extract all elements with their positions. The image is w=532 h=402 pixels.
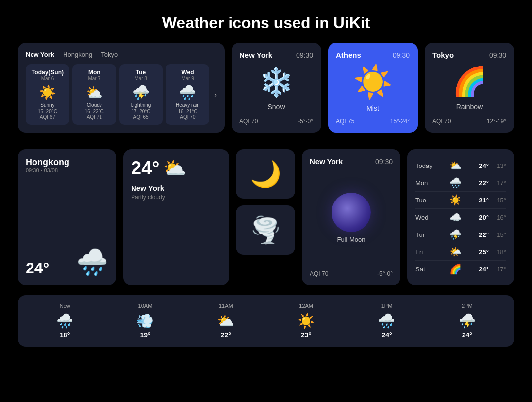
tab-new-york[interactable]: New York: [26, 51, 54, 58]
rainbow-card: Tokyo 09:30 🌈 Rainbow AQI 70 12°-19°: [425, 43, 514, 133]
week-row-sat: Sat 🌈 24° 17°: [415, 261, 506, 277]
week-row-mon: Mon 🌧️ 22° 17°: [415, 174, 506, 192]
bottom-row: Hongkong 09:30 • 03/08 24° 🌧️ 24° ⛅ New …: [0, 149, 532, 295]
rainbow-aqi: AQI 70: [432, 118, 451, 125]
hourly-col-11am: 11AM ⛅ 22°: [187, 303, 265, 339]
cloudy-icon: ⛅: [75, 84, 113, 100]
page-title: Weather icons used in UiKit: [0, 0, 532, 43]
week-row-tur: Tur ⛈️ 22° 15°: [415, 226, 506, 243]
hourly-section: Now 🌧️ 18° 10AM 💨 19° 11AM ⛅ 22° 12AM ☀️…: [0, 295, 532, 357]
hk-datetime: 09:30 • 03/08: [26, 168, 108, 173]
tornado-tile: 🌪️: [236, 205, 295, 255]
fri-weather-icon: 🌤️: [440, 246, 471, 258]
rainbow-icon: 🌈: [432, 65, 506, 98]
partly-condition: Partly cloudy: [131, 194, 221, 201]
sunny-icon: ☀️: [29, 84, 66, 100]
hourly-1pm-icon: 🌧️: [347, 313, 426, 329]
hk-temp: 24°: [26, 259, 49, 277]
week-row-fri: Fri 🌤️ 25° 18°: [415, 243, 506, 261]
forecast-day-2: Tue Mar 8 ⛈️ Lightning 17–20°C AQI 65: [119, 64, 163, 125]
city-tabs: New York Hongkong Tokyo: [26, 51, 217, 58]
mist-city-name: Athens: [336, 51, 361, 59]
icon-tiles: 🌙 🌪️: [236, 149, 295, 285]
moon-city-name: New York: [310, 157, 343, 166]
sat-weather-icon: 🌈: [440, 263, 471, 275]
crescent-moon-tile: 🌙: [236, 149, 295, 199]
week-row-tue: Tue ☀️ 21° 15°: [415, 192, 506, 209]
lightning-icon: ⛈️: [122, 84, 160, 100]
rainbow-condition: Rainbow: [432, 103, 506, 111]
moon-condition: Full Moon: [337, 236, 365, 243]
week-row-today: Today ⛅ 24° 13°: [415, 157, 506, 174]
hourly-10am-icon: 💨: [106, 313, 184, 329]
partly-temp: 24°: [131, 158, 159, 179]
hk-city-name: Hongkong: [26, 157, 108, 168]
mist-card: Athens 09:30 ☀️ Mist AQI 75 15°-24°: [328, 43, 418, 133]
hourly-12am-icon: ☀️: [267, 313, 345, 329]
week-list-card: Today ⛅ 24° 13° Mon 🌧️ 22° 17° Tue ☀️ 21…: [407, 149, 514, 285]
snow-time: 09:30: [296, 51, 313, 59]
hourly-col-12am: 12AM ☀️ 23°: [267, 303, 345, 339]
tab-hongkong[interactable]: Hongkong: [63, 51, 92, 58]
tur-weather-icon: ⛈️: [440, 229, 471, 240]
mist-condition: Mist: [336, 104, 410, 112]
hourly-2pm-icon: ⛈️: [428, 313, 506, 329]
full-moon-sphere: [332, 193, 371, 232]
rainbow-city-name: Tokyo: [432, 51, 454, 59]
mist-time: 09:30: [393, 51, 410, 59]
wed-weather-icon: ☁️: [440, 211, 471, 223]
forecast-day-1: Mon Mar 7 ⛅ Cloudy 16–22°C AQI 71: [72, 64, 116, 125]
mist-sun-icon: ☀️: [336, 64, 410, 100]
partly-city: New York: [131, 184, 221, 192]
tornado-icon: 🌪️: [250, 215, 282, 245]
today-weather-icon: ⛅: [440, 160, 471, 171]
forecast-day-3: Wed Mar 9 🌧️ Heavy rain 16–21°C AQI 70: [166, 64, 209, 125]
snow-city-name: New York: [239, 51, 272, 59]
hourly-now-icon: 🌧️: [26, 313, 104, 329]
tue-weather-icon: ☀️: [440, 194, 471, 206]
snowflake-icon: ❄️: [239, 66, 313, 99]
moon-temp-range: -5°-0°: [377, 270, 393, 277]
hourly-col-1pm: 1PM 🌧️ 24°: [347, 303, 426, 339]
snow-condition: Snow: [239, 103, 313, 111]
week-row-wed: Wed ☁️ 20° 16°: [415, 209, 506, 226]
snow-temp-range: -5°-0°: [298, 118, 313, 125]
snow-aqi: AQI 70: [239, 118, 258, 125]
hourly-11am-icon: ⛅: [187, 313, 265, 329]
mon-weather-icon: 🌧️: [440, 177, 471, 189]
hourly-col-now: Now 🌧️ 18°: [26, 303, 104, 339]
crescent-moon-icon: 🌙: [250, 159, 282, 189]
hourly-card: Now 🌧️ 18° 10AM 💨 19° 11AM ⛅ 22° 12AM ☀️…: [18, 295, 514, 347]
hourly-col-2pm: 2PM ⛈️ 24°: [428, 303, 506, 339]
mist-aqi: AQI 75: [336, 118, 354, 125]
partly-cloudy-card: 24° ⛅ New York Partly cloudy: [123, 149, 229, 285]
snow-card: New York 09:30 ❄️ Snow AQI 70 -5°-0°: [232, 43, 321, 133]
rainbow-time: 09:30: [489, 51, 506, 59]
moon-aqi: AQI 70: [310, 270, 328, 277]
mist-temp-range: 15°-24°: [390, 118, 410, 125]
full-moon-card: New York 09:30 Full Moon AQI 70 -5°-0°: [302, 149, 400, 285]
weekly-forecast-card: New York Hongkong Tokyo Today(Sun) Mar 6…: [18, 43, 225, 133]
partly-icon: ⛅: [163, 157, 186, 179]
forecast-day-0: Today(Sun) Mar 6 ☀️ Sunny 15–20°C AQI 67: [26, 64, 69, 125]
scroll-right-arrow[interactable]: ›: [212, 64, 217, 125]
moon-time: 09:30: [375, 158, 393, 166]
rainbow-temp-range: 12°-19°: [487, 118, 506, 125]
hourly-col-10am: 10AM 💨 19°: [106, 303, 184, 339]
hongkong-card: Hongkong 09:30 • 03/08 24° 🌧️: [18, 149, 116, 285]
hk-weather-icon: 🌧️: [76, 247, 108, 277]
tab-tokyo[interactable]: Tokyo: [101, 51, 118, 58]
heavy-rain-icon: 🌧️: [168, 84, 206, 100]
